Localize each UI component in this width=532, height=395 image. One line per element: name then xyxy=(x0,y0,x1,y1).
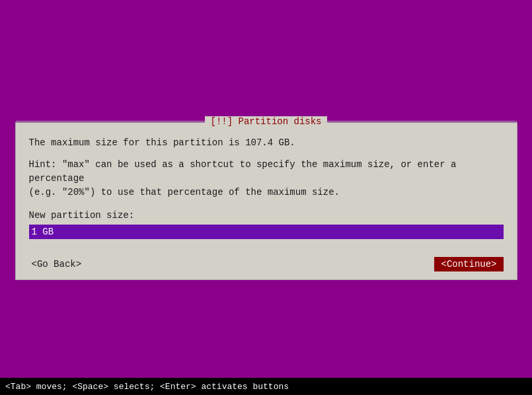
status-bar: <Tab> moves; <Space> selects; <Enter> ac… xyxy=(0,378,532,395)
screen: [!!] Partition disks The maximum size fo… xyxy=(0,0,532,395)
info-text: The maximum size for this partition is 1… xyxy=(29,136,504,150)
hint-line1: Hint: "max" can be used as a shortcut to… xyxy=(29,159,457,184)
status-bar-text: <Tab> moves; <Space> selects; <Enter> ac… xyxy=(5,382,289,392)
dialog-title-bar: [!!] Partition disks xyxy=(16,116,517,127)
partition-size-label: New partition size: xyxy=(29,210,504,221)
go-back-button[interactable]: <Go Back> xyxy=(29,258,85,271)
title-line-left xyxy=(16,121,206,122)
continue-button[interactable]: <Continue> xyxy=(434,257,503,271)
partition-size-input[interactable] xyxy=(29,225,504,239)
dialog-wrapper: [!!] Partition disks The maximum size fo… xyxy=(15,122,517,280)
dialog-content: The maximum size for this partition is 1… xyxy=(16,123,517,249)
dialog-title: [!!] Partition disks xyxy=(205,116,326,127)
dialog-container: [!!] Partition disks The maximum size fo… xyxy=(15,122,517,280)
button-row: <Go Back> <Continue> xyxy=(16,249,517,279)
hint-text-1: Hint: "max" can be used as a shortcut to… xyxy=(29,158,504,199)
title-line-right xyxy=(327,121,517,122)
hint-line2: (e.g. "20%") to use that percentage of t… xyxy=(29,187,340,198)
